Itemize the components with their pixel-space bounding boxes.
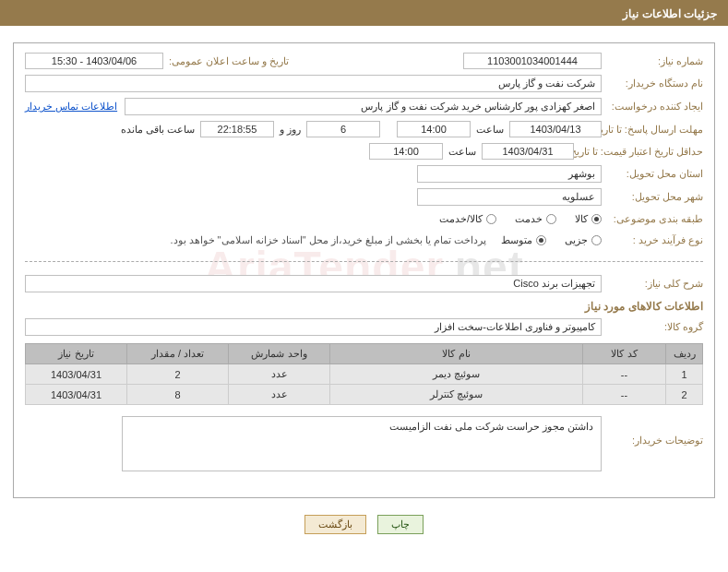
cell-qty: 8 [127, 385, 229, 405]
divider-1 [25, 261, 703, 262]
deadline-time-value: 14:00 [397, 121, 471, 137]
requester-value: اصغر کهزادی پور کارشناس خرید شرکت نفت و … [125, 98, 602, 115]
goods-table: ردیف کد کالا نام کالا واحد شمارش تعداد /… [25, 343, 703, 405]
goods-group-value: کامپیوتر و فناوری اطلاعات-سخت افزار [25, 318, 602, 336]
row-need-number: شماره نیاز: 1103001034001444 تاریخ و ساع… [25, 53, 703, 69]
deadline-date-value: 1403/04/13 [509, 121, 602, 137]
button-bar: چاپ بازگشت [13, 515, 715, 534]
category-label: طبقه بندی موضوعی: [602, 211, 703, 227]
th-row: ردیف [666, 344, 703, 364]
cell-qty: 2 [127, 364, 229, 385]
details-panel: شماره نیاز: 1103001034001444 تاریخ و ساع… [13, 42, 715, 498]
cell-code: -- [583, 364, 666, 385]
validity-label: حداقل تاریخ اعتبار قیمت: تا تاریخ: [574, 144, 703, 160]
deadline-label: مهلت ارسال پاسخ: تا تاریخ: [602, 122, 703, 137]
need-number-value: 1103001034001444 [463, 53, 602, 69]
row-validity: حداقل تاریخ اعتبار قیمت: تا تاریخ: 1403/… [25, 143, 703, 160]
cell-row: 1 [666, 364, 703, 385]
city-label: شهر محل تحویل: [602, 189, 703, 205]
validity-time-value: 14:00 [369, 143, 443, 160]
days-word: روز و [280, 124, 301, 136]
radio-icon [591, 235, 602, 245]
category-radio-group: کالا خدمت کالا/خدمت [439, 213, 602, 225]
radio-goods-service[interactable]: کالا/خدمت [439, 213, 496, 225]
province-label: استان محل تحویل: [602, 166, 703, 182]
time-remaining-value: 22:18:55 [200, 121, 274, 137]
validity-date-value: 1403/04/31 [482, 143, 574, 160]
content: شماره نیاز: 1103001034001444 تاریخ و ساع… [0, 26, 728, 547]
process-note: پرداخت تمام یا بخشی از مبلغ خرید،از محل … [170, 234, 486, 246]
remaining-word: ساعت باقی مانده [121, 124, 195, 136]
row-requester: ایجاد کننده درخواست: اصغر کهزادی پور کار… [25, 98, 703, 115]
radio-partial[interactable]: جزیی [565, 234, 602, 246]
description-value: تجهیزات برند Cisco [25, 275, 602, 292]
row-city: شهر محل تحویل: عسلویه [25, 188, 703, 206]
row-buyer-notes: توضیحات خریدار: داشتن مجوز حراست شرکت مل… [25, 416, 703, 471]
row-goods-group: گروه کالا: کامپیوتر و فناوری اطلاعات-سخت… [25, 318, 703, 336]
th-unit: واحد شمارش [229, 344, 330, 364]
cell-unit: عدد [229, 385, 330, 405]
hour-word-1: ساعت [476, 124, 504, 136]
window: جزئیات اطلاعات نیاز AriaTender.net شماره… [0, 0, 728, 572]
goods-info-title: اطلاعات کالاهای مورد نیاز [25, 300, 703, 313]
cell-date: 1403/04/31 [26, 385, 127, 405]
buyer-notes-label: توضیحات خریدار: [602, 416, 703, 448]
row-process: نوع فرآیند خرید : جزیی متوسط پرداخت تمام… [25, 232, 703, 248]
radio-service[interactable]: خدمت [515, 213, 556, 225]
radio-goods[interactable]: کالا [575, 213, 602, 225]
buyer-notes-value: داشتن مجوز حراست شرکت ملی نفت الزامیست [122, 416, 602, 471]
goods-group-label: گروه کالا: [602, 319, 703, 335]
process-radio-group: جزیی متوسط [501, 234, 602, 246]
row-description: شرح کلی نیاز: تجهیزات برند Cisco [25, 275, 703, 292]
hour-word-2: ساعت [448, 146, 476, 158]
announce-datetime-value: 1403/04/06 - 15:30 [25, 53, 163, 69]
print-button[interactable]: چاپ [377, 515, 424, 534]
process-label: نوع فرآیند خرید : [602, 232, 703, 248]
city-value: عسلویه [417, 188, 602, 206]
th-name: نام کالا [330, 344, 583, 364]
days-remaining-value: 6 [306, 121, 380, 137]
th-code: کد کالا [583, 344, 666, 364]
th-date: تاریخ نیاز [26, 344, 127, 364]
header-title: جزئیات اطلاعات نیاز [623, 7, 717, 20]
requester-label: ایجاد کننده درخواست: [602, 99, 703, 114]
cell-name: سوئیچ کنترلر [330, 385, 583, 405]
description-label: شرح کلی نیاز: [602, 276, 703, 292]
buyer-org-label: نام دستگاه خریدار: [602, 76, 703, 91]
cell-date: 1403/04/31 [26, 364, 127, 385]
row-category: طبقه بندی موضوعی: کالا خدمت کالا/خدمت [25, 211, 703, 227]
table-row: 2 -- سوئیچ کنترلر عدد 8 1403/04/31 [26, 385, 703, 405]
row-province: استان محل تحویل: بوشهر [25, 165, 703, 183]
th-qty: تعداد / مقدار [127, 344, 229, 364]
cell-name: سوئیچ دیمر [330, 364, 583, 385]
announce-datetime-label: تاریخ و ساعت اعلان عمومی: [169, 54, 289, 69]
contact-link[interactable]: اطلاعات تماس خریدار [25, 101, 117, 113]
radio-icon [546, 214, 556, 224]
radio-icon [591, 214, 602, 224]
radio-icon [486, 214, 496, 224]
row-buyer-org: نام دستگاه خریدار: شرکت نفت و گاز پارس [25, 75, 703, 92]
need-number-label: شماره نیاز: [602, 54, 703, 69]
cell-unit: عدد [229, 364, 330, 385]
table-row: 1 -- سوئیچ دیمر عدد 2 1403/04/31 [26, 364, 703, 385]
radio-medium[interactable]: متوسط [501, 234, 546, 246]
table-header-row: ردیف کد کالا نام کالا واحد شمارش تعداد /… [26, 344, 703, 364]
back-button[interactable]: بازگشت [304, 515, 366, 534]
header-bar: جزئیات اطلاعات نیاز [0, 2, 728, 26]
province-value: بوشهر [417, 165, 602, 183]
cell-row: 2 [666, 385, 703, 405]
row-deadline: مهلت ارسال پاسخ: تا تاریخ: 1403/04/13 سا… [25, 121, 703, 137]
cell-code: -- [583, 385, 666, 405]
radio-icon [536, 235, 546, 245]
buyer-org-value: شرکت نفت و گاز پارس [25, 75, 602, 92]
